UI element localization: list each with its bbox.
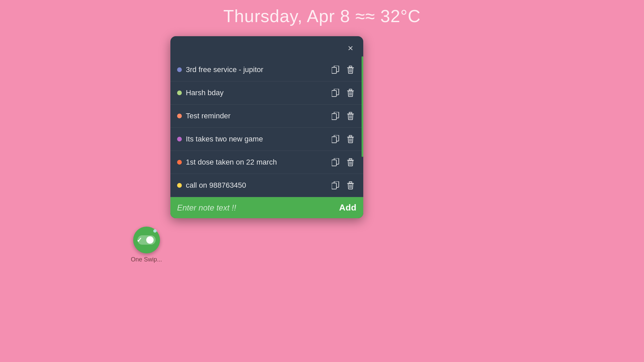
copy-button-1[interactable] <box>329 64 342 75</box>
fab-button[interactable]: ✓ <box>133 227 160 253</box>
note-item-4: Its takes two new game <box>170 128 363 151</box>
add-button[interactable]: Add <box>339 202 357 213</box>
note-item-5: 1st dose taken on 22 march <box>170 151 363 174</box>
svg-rect-17 <box>349 112 352 114</box>
note-actions-5 <box>329 157 357 168</box>
notes-modal: × 3rd free service - jupitor <box>170 36 363 218</box>
input-area: Add <box>170 197 363 218</box>
note-dot-1 <box>177 67 182 72</box>
copy-button-6[interactable] <box>329 180 342 191</box>
svg-rect-15 <box>332 114 336 120</box>
header: Thursday, Apr 8 ≈≈ 32°C <box>0 0 644 26</box>
copy-button-3[interactable] <box>329 111 342 121</box>
background-right <box>369 0 644 362</box>
modal-header: × <box>170 36 363 57</box>
svg-rect-31 <box>349 159 352 160</box>
note-item-1: 3rd free service - jupitor <box>170 58 363 81</box>
delete-button-3[interactable] <box>344 111 357 121</box>
delete-button-6[interactable] <box>344 180 357 191</box>
delete-button-5[interactable] <box>344 157 357 168</box>
note-dot-3 <box>177 114 182 118</box>
fab-dot <box>153 229 157 233</box>
date-weather-title: Thursday, Apr 8 ≈≈ 32°C <box>223 6 421 26</box>
note-dot-5 <box>177 160 182 165</box>
note-item-6: call on 988763450 <box>170 174 363 197</box>
copy-button-5[interactable] <box>329 157 342 168</box>
scroll-indicator <box>362 56 363 157</box>
svg-rect-10 <box>349 89 352 90</box>
note-dot-4 <box>177 137 182 141</box>
svg-rect-22 <box>332 137 336 143</box>
note-item-3: Test reminder <box>170 105 363 128</box>
svg-rect-38 <box>349 182 352 183</box>
copy-button-4[interactable] <box>329 134 342 144</box>
background-left <box>0 0 117 362</box>
note-actions-3 <box>329 111 357 121</box>
note-actions-1 <box>329 64 357 75</box>
note-actions-4 <box>329 134 357 144</box>
note-text-6: call on 988763450 <box>186 181 325 190</box>
note-text-1: 3rd free service - jupitor <box>186 65 325 74</box>
note-dot-2 <box>177 90 182 95</box>
svg-rect-29 <box>332 160 336 166</box>
toggle-thumb <box>146 236 154 244</box>
delete-button-4[interactable] <box>344 134 357 144</box>
note-dot-6 <box>177 183 182 188</box>
delete-button-2[interactable] <box>344 87 357 98</box>
svg-rect-3 <box>349 66 352 67</box>
note-text-2: Harsh bday <box>186 88 325 97</box>
note-input[interactable] <box>177 203 335 213</box>
notes-list: 3rd free service - jupitor <box>170 57 363 197</box>
note-actions-2 <box>329 87 357 98</box>
note-text-5: 1st dose taken on 22 march <box>186 158 325 167</box>
note-text-3: Test reminder <box>186 112 325 120</box>
delete-button-1[interactable] <box>344 64 357 75</box>
fab-label: One Swip... <box>131 256 162 263</box>
note-text-4: Its takes two new game <box>186 135 325 143</box>
close-button[interactable]: × <box>345 42 356 54</box>
note-actions-6 <box>329 180 357 191</box>
svg-rect-8 <box>332 90 336 97</box>
checkmark-icon: ✓ <box>137 236 142 244</box>
svg-rect-24 <box>349 135 352 137</box>
copy-button-2[interactable] <box>329 87 342 98</box>
svg-rect-36 <box>332 183 336 189</box>
note-item-2: Harsh bday <box>170 81 363 105</box>
fab-container: ✓ One Swip... <box>131 227 162 263</box>
svg-rect-1 <box>332 67 336 73</box>
